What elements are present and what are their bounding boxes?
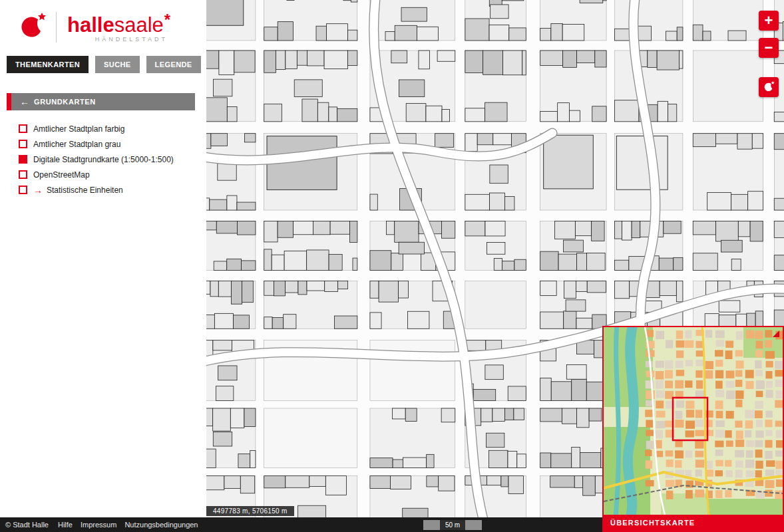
basemap-list: Amtlicher Stadtplan farbig Amtlicher Sta… <box>0 121 206 198</box>
tab-bar: THEMENKARTEN SUCHE LEGENDE <box>0 56 206 73</box>
layer-label: Amtlicher Stadtplan grau <box>33 140 120 149</box>
expand-arrow-icon[interactable]: → <box>33 186 43 195</box>
overview-map-svg <box>604 327 783 515</box>
app-root: 4497783 m, 5706150 m hallesaale* HÄNDELS… <box>0 0 784 532</box>
layer-checkbox[interactable] <box>19 124 27 133</box>
coordinates-readout: 4497783 m, 5706150 m <box>206 506 294 516</box>
brand-asterisk: * <box>164 11 170 29</box>
overview-title: ÜBERSICHTSKARTE <box>604 515 783 531</box>
brand: hallesaale* HÄNDELSTADT <box>0 0 206 48</box>
tab-themenkarten[interactable]: THEMENKARTEN <box>7 56 89 73</box>
halle-logo-white-icon <box>763 80 775 94</box>
panel-title: GRUNDKARTEN <box>34 98 96 106</box>
footer-link-nutzungsbedingungen[interactable]: Nutzungsbedingungen <box>124 521 198 529</box>
copyright-text: © Stadt Halle <box>5 521 49 529</box>
zoom-out-button[interactable]: − <box>759 38 779 58</box>
panel-accent-bar <box>7 93 11 110</box>
layer-checkbox[interactable] <box>19 186 27 194</box>
layer-item-openstreetmap[interactable]: OpenStreetMap <box>0 167 206 182</box>
layer-item-statistische-einheiten[interactable]: → Statistische Einheiten <box>0 182 206 198</box>
brand-wordmark: hallesaale* <box>67 12 170 35</box>
overview-map[interactable]: ÜBERSICHTSKARTE <box>602 326 784 532</box>
scale-bar: 50 m <box>423 520 482 530</box>
home-position-button[interactable] <box>759 77 779 97</box>
layer-label: Amtlicher Stadtplan farbig <box>33 124 124 134</box>
layer-item-stadtplan-grau[interactable]: Amtlicher Stadtplan grau <box>0 136 206 152</box>
back-arrow-icon[interactable]: ← <box>20 97 29 106</box>
layer-label: Statistische Einheiten <box>47 186 123 195</box>
overview-collapse-button[interactable] <box>771 329 781 338</box>
layer-item-stadtplan-farbig[interactable]: Amtlicher Stadtplan farbig <box>0 121 206 136</box>
layer-checkbox[interactable] <box>19 140 27 148</box>
footer-link-impressum[interactable]: Impressum <box>81 521 116 529</box>
footer-link-hilfe[interactable]: Hilfe <box>58 521 73 529</box>
tab-suche[interactable]: SUCHE <box>95 56 140 73</box>
brand-divider <box>56 12 57 43</box>
map-controls: + − <box>759 11 779 97</box>
scale-label: 50 m <box>440 520 465 530</box>
collapse-arrow-icon <box>772 330 780 338</box>
halle-logo-icon <box>17 11 47 43</box>
brand-name-light: saale <box>114 13 164 37</box>
sidebar: hallesaale* HÄNDELSTADT THEMENKARTEN SUC… <box>0 0 206 532</box>
tab-legende[interactable]: LEGENDE <box>146 56 201 73</box>
brand-wordmark-block: hallesaale* HÄNDELSTADT <box>67 12 170 43</box>
brand-name-bold: halle <box>67 13 114 37</box>
brand-subtitle: HÄNDELSTADT <box>67 36 170 43</box>
layer-label: Digitale Stadtgrundkarte (1:5000-1:500) <box>33 155 174 164</box>
zoom-in-button[interactable]: + <box>759 11 779 31</box>
layer-checkbox[interactable] <box>19 155 27 164</box>
layer-label: OpenStreetMap <box>33 170 90 180</box>
basemaps-panel-header[interactable]: ← GRUNDKARTEN <box>7 93 195 110</box>
layer-checkbox[interactable] <box>19 170 27 179</box>
layer-item-stadtgrundkarte[interactable]: Digitale Stadtgrundkarte (1:5000-1:500) <box>0 152 206 167</box>
